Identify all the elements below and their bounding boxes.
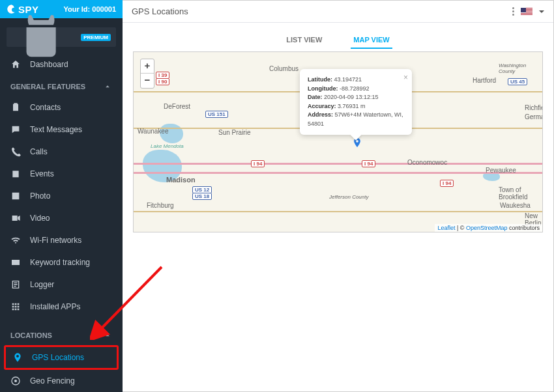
zoom-control: + −: [140, 59, 154, 89]
sidebar: SPY Your Id: 000001 S8 - build 13 - 5… P…: [0, 0, 123, 392]
more-menu-button[interactable]: [512, 7, 514, 16]
log-icon: [10, 279, 21, 290]
nav-keyword-tracking[interactable]: Keyword tracking: [0, 251, 123, 273]
nav-installed-apps[interactable]: Installed APPs: [0, 296, 123, 318]
osm-link[interactable]: OpenStreetMap: [466, 225, 508, 231]
tab-list-view[interactable]: LIST VIEW: [284, 32, 325, 49]
message-icon: [10, 124, 21, 135]
grid-icon: [10, 301, 21, 312]
svg-point-2: [356, 140, 358, 143]
nav-contacts[interactable]: Contacts: [0, 96, 123, 119]
video-icon: [10, 213, 21, 223]
nav-wifi[interactable]: Wi-Fi networks: [0, 229, 123, 251]
flag-us-icon[interactable]: [521, 8, 532, 16]
section-general-features[interactable]: GENERAL FEATURES: [0, 76, 123, 96]
section-locations[interactable]: LOCATIONS: [0, 324, 123, 345]
main-panel: GPS Locations LIST VIEW MAP VIEW Madis: [123, 0, 554, 392]
wifi-icon: [10, 235, 21, 245]
topbar: GPS Locations: [123, 1, 553, 23]
zoom-in-button[interactable]: +: [141, 59, 154, 74]
photo-icon: [10, 191, 21, 201]
home-icon: [10, 59, 21, 70]
nav-events[interactable]: Events: [0, 163, 123, 185]
chevron-up-icon: [103, 82, 112, 91]
nav-photo[interactable]: Photo: [0, 185, 123, 207]
nav-calls[interactable]: Calls: [0, 141, 123, 163]
nav-video[interactable]: Video: [0, 207, 123, 229]
map-container[interactable]: Madison Fitchburg Waunakee DeForest Colu…: [133, 51, 543, 232]
nav-geo-fencing[interactable]: Geo Fencing: [0, 370, 123, 392]
page-title: GPS Locations: [132, 7, 188, 16]
nav-gps-locations[interactable]: GPS Locations: [6, 347, 117, 368]
popup-close-button[interactable]: ×: [403, 72, 408, 83]
highlight-annotation: GPS Locations: [4, 345, 119, 370]
content-area: LIST VIEW MAP VIEW Madison Fitchburg Wau…: [123, 23, 553, 242]
tab-map-view[interactable]: MAP VIEW: [351, 32, 392, 49]
nav-text-messages[interactable]: Text Messages: [0, 119, 123, 141]
clipboard-icon: [10, 102, 21, 113]
target-icon: [10, 376, 21, 386]
svg-point-1: [14, 380, 17, 382]
zoom-out-button[interactable]: −: [141, 74, 154, 88]
nav-logger[interactable]: Logger: [0, 273, 123, 296]
premium-badge: PREMIUM: [81, 34, 111, 41]
map-attribution: Leaflet | © OpenStreetMap contributors: [435, 224, 542, 232]
keyboard-icon: [10, 257, 21, 268]
phone-icon: [10, 147, 21, 157]
location-popup: × Latitude: 43.194721 Longitude: -88.728…: [300, 69, 412, 135]
user-id-label: Your Id: 000001: [64, 5, 117, 13]
device-selector[interactable]: S8 - build 13 - 5… PREMIUM: [7, 27, 116, 47]
nav-dashboard[interactable]: Dashboard: [0, 53, 123, 76]
chevron-up-icon: [103, 331, 112, 340]
view-tabs: LIST VIEW MAP VIEW: [133, 32, 543, 49]
calendar-icon: [10, 169, 21, 179]
language-caret-icon[interactable]: [539, 10, 544, 13]
leaflet-link[interactable]: Leaflet: [437, 225, 455, 231]
pin-icon: [12, 352, 23, 363]
topbar-actions: [512, 7, 544, 16]
